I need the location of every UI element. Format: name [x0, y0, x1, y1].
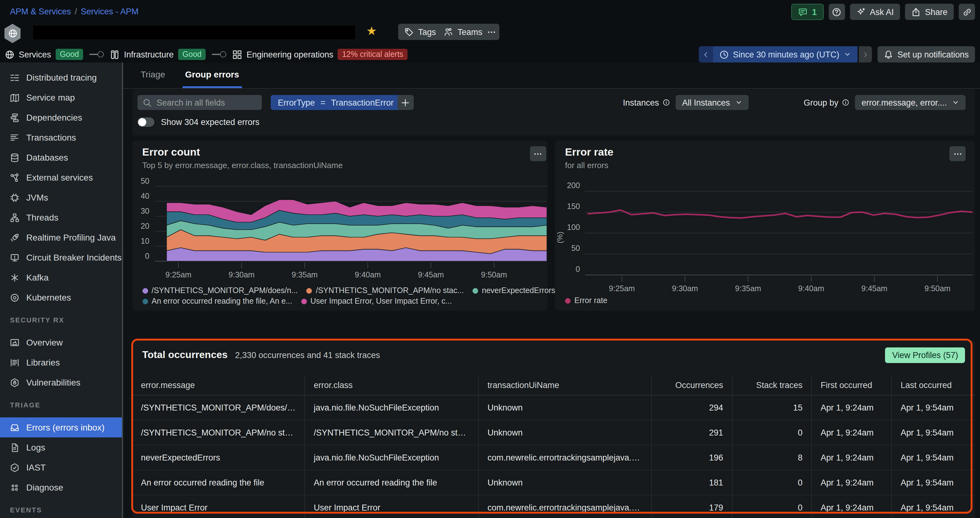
table-cell: java.nio.file.NoSuchFileException [305, 445, 479, 470]
instances-dropdown[interactable]: All Instances [676, 95, 749, 110]
sidebar-item-jvms[interactable]: JVMs [0, 187, 122, 207]
sidebar-item-dependencies[interactable]: Dependencies [0, 108, 122, 127]
tab-triage[interactable]: Triage [138, 62, 167, 88]
legend-item[interactable]: /SYNTHETICS_MONITOR_APM/does/n... [142, 286, 298, 295]
table-cell: Apr 1, 9:24am [811, 445, 892, 470]
table-cell: Apr 1, 9:24am [811, 395, 892, 420]
tag-icon [404, 27, 414, 37]
search-input[interactable] [155, 97, 256, 108]
shield-lock-icon [10, 378, 19, 387]
legend-item[interactable]: User Impact Error, User Impact Error, c.… [301, 297, 452, 305]
sidebar-item-kafka[interactable]: Kafka [0, 267, 122, 288]
time-back-button[interactable] [698, 46, 713, 62]
view-profiles-button[interactable]: View Profiles (57) [885, 347, 965, 363]
sidebar-item-circuit-breaker-incidents[interactable]: Circuit Breaker Incidents [0, 248, 122, 267]
column-header-first-occurred[interactable]: First occurred [811, 375, 892, 395]
svg-text:9:40am: 9:40am [355, 270, 380, 279]
time-range-dropdown[interactable]: Since 30 minutes ago (UTC) [713, 46, 858, 62]
setup-notifications-button[interactable]: Set up notifications [878, 46, 975, 62]
sidebar-item-errors-errors-inbox[interactable]: Errors (errors inbox) [0, 417, 122, 437]
time-forward-button[interactable] [859, 46, 872, 62]
error-rate-chart[interactable]: 200150100500(%)9:25am9:30am9:35am9:40am9… [555, 177, 975, 296]
libraries-icon [10, 358, 19, 367]
sidebar-item-databases[interactable]: Databases [0, 148, 122, 167]
sidebar-item-iast[interactable]: IAST [0, 458, 122, 477]
sidebar-item-service-map[interactable]: Service map [0, 87, 122, 108]
link-icon [962, 7, 972, 17]
sidebar-item-label: Logs [26, 442, 45, 452]
svg-text:9:25am: 9:25am [609, 284, 635, 293]
chart-menu-button[interactable] [950, 146, 966, 161]
table-cell: Apr 1, 9:24am [811, 470, 892, 495]
ask-ai-button[interactable]: Ask AI [850, 4, 900, 20]
help-button[interactable] [829, 4, 845, 20]
table-cell: User Impact Error [305, 495, 479, 518]
filter-chip-errortype[interactable]: ErrorType = TransactionError [270, 95, 401, 110]
tracing-icon [10, 73, 19, 82]
legend-item[interactable]: /SYNTHETICS_MONITOR_APM/no stac... [307, 286, 464, 295]
comments-button[interactable]: 1 [791, 4, 823, 20]
group-by-dropdown[interactable]: error.message, error.... [855, 95, 966, 110]
sidebar-item-overview[interactable]: Overview [0, 332, 122, 353]
entity-more-button[interactable] [483, 24, 500, 40]
legend-item[interactable]: Error rate [565, 296, 608, 305]
column-header-last-occurred[interactable]: Last occurred [892, 375, 975, 395]
table-cell: 196 [652, 445, 732, 470]
table-row[interactable]: /SYNTHETICS_MONITOR_APM/no stack t.../SY… [132, 420, 975, 445]
sidebar-item-external-services[interactable]: External services [0, 167, 122, 187]
column-header-stack-traces[interactable]: Stack traces [732, 375, 811, 395]
add-filter-button[interactable] [397, 95, 414, 110]
sidebar-item-libraries[interactable]: Libraries [0, 353, 122, 372]
error-count-chart[interactable]: 504030201009:25am9:30am9:35am9:40am9:45a… [132, 177, 547, 286]
external-icon [10, 173, 19, 182]
chart-subtitle: for all errors [565, 160, 608, 170]
sidebar-item-realtime-profiling-java[interactable]: Realtime Profiling Java [0, 227, 122, 248]
sidebar-item-threads[interactable]: Threads [0, 207, 122, 227]
column-header-occurrences[interactable]: Occurrences [652, 375, 732, 395]
table-cell: User Impact Error [132, 495, 305, 518]
table-row[interactable]: An error occurred reading the fileAn err… [132, 470, 975, 495]
tags-button[interactable]: Tags [398, 24, 442, 40]
main-content: Triage Group errors ErrorType = Transact… [123, 62, 980, 518]
table-row[interactable]: /SYNTHETICS_MONITOR_APM/does/not/...java… [132, 395, 975, 420]
chart-title: Error rate [565, 146, 613, 159]
chart-menu-button[interactable] [530, 146, 546, 161]
table-row[interactable]: neverExpectedErrorsjava.nio.file.NoSuchF… [132, 445, 975, 470]
sidebar-item-distributed-tracing[interactable]: Distributed tracing [0, 67, 122, 87]
favorite-star-icon[interactable]: ★ [366, 24, 377, 38]
table-row[interactable]: User Impact ErrorUser Impact Errorcom.ne… [132, 495, 975, 518]
globe-icon [5, 50, 14, 59]
chip-operator: = [321, 98, 326, 107]
sidebar-item-logs[interactable]: Logs [0, 437, 122, 458]
column-header-transactionuiname[interactable]: transactionUiName [479, 375, 652, 395]
health-node-services[interactable]: Services Good [5, 49, 83, 60]
breadcrumb-services-apm[interactable]: Services - APM [81, 7, 139, 16]
health-node-infrastructure[interactable]: Infrastructure Good [110, 49, 206, 60]
status-badge-good: Good [178, 49, 206, 60]
table-cell: Apr 1, 9:24am [811, 420, 892, 445]
chip-icon [10, 193, 19, 202]
group-by-label: Group by [804, 98, 838, 107]
sidebar-item-vulnerabilities[interactable]: Vulnerabilities [0, 372, 122, 392]
sidebar-item-transactions[interactable]: Transactions [0, 127, 122, 148]
table-cell: Apr 1, 9:54am [892, 420, 975, 445]
error-count-card: Error count Top 5 by error.message, erro… [132, 141, 547, 311]
tab-group-errors[interactable]: Group errors [183, 62, 242, 88]
share-button[interactable]: Share [905, 4, 954, 20]
permalink-button[interactable] [959, 4, 975, 20]
column-header-error-class[interactable]: error.class [305, 375, 479, 395]
teams-button[interactable]: Teams [438, 24, 489, 40]
hex-check-icon [10, 463, 19, 472]
show-expected-errors-toggle[interactable] [137, 118, 154, 127]
sidebar-item-diagnose[interactable]: Diagnose [0, 477, 122, 497]
chevron-left-icon [702, 51, 709, 58]
breadcrumb-apm-services[interactable]: APM & Services [10, 7, 71, 16]
column-header-error-message[interactable]: error.message [132, 375, 305, 395]
svg-text:150: 150 [567, 202, 580, 211]
svg-text:9:30am: 9:30am [672, 284, 698, 293]
health-node-engineering-operations[interactable]: Engineering operations 12% critical aler… [233, 49, 408, 60]
sidebar-item-kubernetes[interactable]: Kubernetes [0, 288, 122, 307]
table-header-row: error.messageerror.classtransactionUiNam… [132, 375, 975, 395]
legend-item[interactable]: An error occurred reading the file, An e… [142, 297, 292, 305]
sidebar-item-label: Vulnerabilities [26, 377, 80, 388]
